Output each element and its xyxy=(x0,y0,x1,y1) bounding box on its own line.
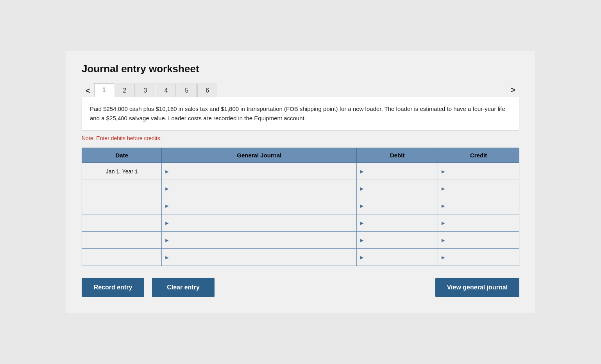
credit-input-6[interactable] xyxy=(447,249,519,266)
credit-input-2[interactable] xyxy=(447,180,519,197)
header-credit: Credit xyxy=(438,148,519,163)
debit-input-4[interactable] xyxy=(366,214,438,231)
debit-input-1[interactable] xyxy=(366,163,438,180)
table-row: Jan 1, Year 1 ► ► ► xyxy=(82,163,519,180)
table-row: ► ► ► xyxy=(82,197,519,214)
arrow-indicator: ► xyxy=(359,203,365,209)
arrow-indicator: ► xyxy=(440,168,446,175)
credit-cell-4[interactable]: ► xyxy=(438,214,519,232)
date-cell-2 xyxy=(82,180,162,197)
journal-table: Date General Journal Debit Credit Jan 1,… xyxy=(82,148,519,266)
tab-1[interactable]: 1 xyxy=(94,83,114,97)
arrow-indicator: ► xyxy=(359,237,365,243)
next-tab-button[interactable]: > xyxy=(507,83,519,97)
journal-cell-1[interactable]: ► xyxy=(162,163,357,180)
arrow-indicator: ► xyxy=(164,203,170,209)
credit-input-1[interactable] xyxy=(447,163,519,180)
credit-cell-5[interactable]: ► xyxy=(438,232,519,249)
arrow-indicator: ► xyxy=(164,254,170,261)
credit-cell-3[interactable]: ► xyxy=(438,197,519,214)
table-header-row: Date General Journal Debit Credit xyxy=(82,148,519,163)
debit-cell-1[interactable]: ► xyxy=(357,163,438,180)
arrow-indicator: ► xyxy=(164,168,170,175)
arrow-indicator: ► xyxy=(440,254,446,261)
arrow-indicator: ► xyxy=(440,237,446,243)
arrow-indicator: ► xyxy=(164,237,170,243)
debit-cell-6[interactable]: ► xyxy=(357,249,438,266)
arrow-indicator: ► xyxy=(359,220,365,226)
header-date: Date xyxy=(82,148,162,163)
journal-input-5[interactable] xyxy=(171,232,356,248)
arrow-indicator: ► xyxy=(440,203,446,209)
tab-3[interactable]: 3 xyxy=(136,84,156,97)
journal-cell-5[interactable]: ► xyxy=(162,232,357,249)
table-row: ► ► ► xyxy=(82,232,519,249)
arrow-indicator: ► xyxy=(440,186,446,192)
tabs-row: < 1 2 3 4 5 6 > xyxy=(82,83,519,97)
table-row: ► ► ► xyxy=(82,180,519,197)
arrow-indicator: ► xyxy=(359,168,365,175)
debit-cell-2[interactable]: ► xyxy=(357,180,438,197)
date-cell-3 xyxy=(82,197,162,214)
debit-cell-5[interactable]: ► xyxy=(357,232,438,249)
credit-input-3[interactable] xyxy=(447,197,519,214)
debit-input-6[interactable] xyxy=(366,249,438,266)
journal-input-4[interactable] xyxy=(171,214,356,231)
debit-cell-3[interactable]: ► xyxy=(357,197,438,214)
journal-cell-4[interactable]: ► xyxy=(162,214,357,232)
table-row: ► ► ► xyxy=(82,214,519,232)
clear-entry-button[interactable]: Clear entry xyxy=(152,278,215,297)
worksheet-container: Journal entry worksheet < 1 2 3 4 5 6 > … xyxy=(66,51,535,313)
debit-input-5[interactable] xyxy=(366,232,438,248)
description-box: Paid $254,000 cash plus $10,160 in sales… xyxy=(82,97,519,130)
tab-5[interactable]: 5 xyxy=(177,84,197,97)
header-general-journal: General Journal xyxy=(162,148,357,163)
date-cell-4 xyxy=(82,214,162,232)
journal-input-6[interactable] xyxy=(171,249,356,266)
arrow-indicator: ► xyxy=(164,220,170,226)
description-text: Paid $254,000 cash plus $10,160 in sales… xyxy=(90,105,505,121)
table-row: ► ► ► xyxy=(82,249,519,266)
debit-input-2[interactable] xyxy=(366,180,438,197)
debit-cell-4[interactable]: ► xyxy=(357,214,438,232)
note-text: Note: Enter debits before credits. xyxy=(82,135,519,141)
credit-cell-2[interactable]: ► xyxy=(438,180,519,197)
date-cell-6 xyxy=(82,249,162,266)
journal-cell-2[interactable]: ► xyxy=(162,180,357,197)
record-entry-button[interactable]: Record entry xyxy=(82,278,144,297)
arrow-indicator: ► xyxy=(359,186,365,192)
arrow-indicator: ► xyxy=(359,254,365,261)
tab-4[interactable]: 4 xyxy=(156,84,176,97)
date-cell-1: Jan 1, Year 1 xyxy=(82,163,162,180)
buttons-row: Record entry Clear entry View general jo… xyxy=(82,278,519,297)
header-debit: Debit xyxy=(357,148,438,163)
tabs-container: 1 2 3 4 5 6 xyxy=(94,83,507,97)
prev-tab-button[interactable]: < xyxy=(82,84,94,97)
journal-input-2[interactable] xyxy=(171,180,356,197)
tab-6[interactable]: 6 xyxy=(197,84,217,97)
credit-cell-6[interactable]: ► xyxy=(438,249,519,266)
journal-cell-6[interactable]: ► xyxy=(162,249,357,266)
view-general-journal-button[interactable]: View general journal xyxy=(435,278,519,297)
debit-input-3[interactable] xyxy=(366,197,438,214)
journal-cell-3[interactable]: ► xyxy=(162,197,357,214)
journal-input-3[interactable] xyxy=(171,197,356,214)
arrow-indicator: ► xyxy=(164,186,170,192)
credit-input-4[interactable] xyxy=(447,214,519,231)
credit-cell-1[interactable]: ► xyxy=(438,163,519,180)
journal-input-1[interactable] xyxy=(171,163,356,180)
arrow-indicator: ► xyxy=(440,220,446,226)
tab-2[interactable]: 2 xyxy=(115,84,135,97)
page-title: Journal entry worksheet xyxy=(82,63,519,75)
credit-input-5[interactable] xyxy=(447,232,519,248)
date-cell-5 xyxy=(82,232,162,249)
